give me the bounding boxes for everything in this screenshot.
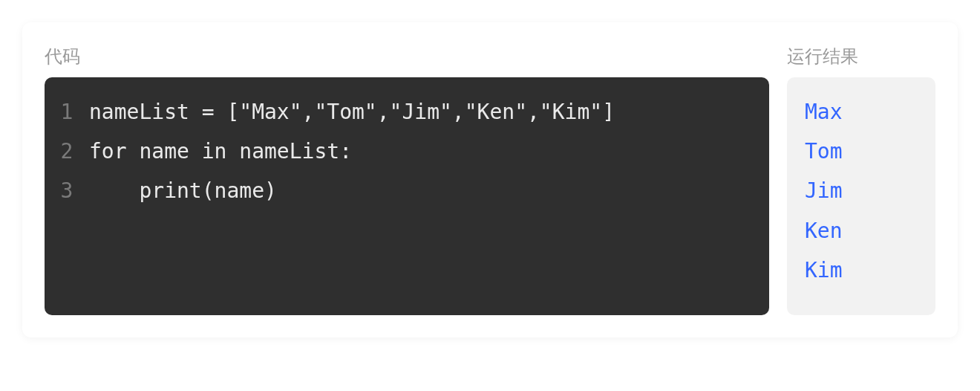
line-number: 2 bbox=[45, 132, 89, 171]
result-line: Kim bbox=[805, 251, 918, 290]
line-number: 3 bbox=[45, 171, 89, 210]
code-block[interactable]: 1 nameList = ["Max","Tom","Jim","Ken","K… bbox=[45, 77, 769, 315]
code-section: 代码 1 nameList = ["Max","Tom","Jim","Ken"… bbox=[45, 45, 769, 315]
result-section: 运行结果 Max Tom Jim Ken Kim bbox=[787, 45, 935, 315]
code-runner-card: 代码 1 nameList = ["Max","Tom","Jim","Ken"… bbox=[22, 22, 958, 337]
code-line: 1 nameList = ["Max","Tom","Jim","Ken","K… bbox=[45, 92, 769, 132]
code-line: 3 print(name) bbox=[45, 171, 769, 210]
code-label: 代码 bbox=[45, 45, 769, 68]
code-content: print(name) bbox=[89, 171, 295, 210]
code-line: 2 for name in nameList: bbox=[45, 132, 769, 171]
code-content: nameList = ["Max","Tom","Jim","Ken","Kim… bbox=[89, 92, 633, 132]
result-line: Tom bbox=[805, 132, 918, 171]
result-line: Ken bbox=[805, 211, 918, 251]
result-label: 运行结果 bbox=[787, 45, 935, 68]
result-line: Jim bbox=[805, 171, 918, 210]
result-line: Max bbox=[805, 92, 918, 132]
code-content: for name in nameList: bbox=[89, 132, 370, 171]
result-block: Max Tom Jim Ken Kim bbox=[787, 77, 935, 315]
line-number: 1 bbox=[45, 92, 89, 132]
